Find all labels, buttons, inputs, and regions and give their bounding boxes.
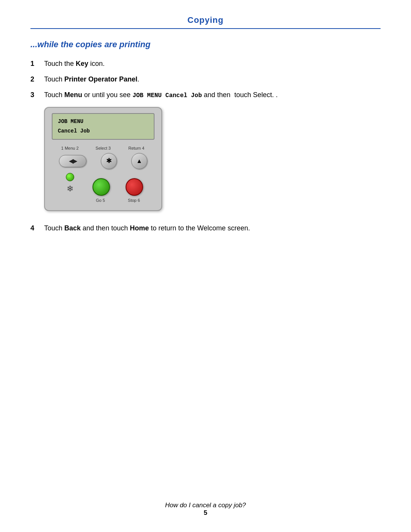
step-3-number: 3 — [30, 90, 44, 100]
step-3: 3 Touch Menu or until you see JOB MENU C… — [30, 90, 381, 218]
step-2-number: 2 — [30, 74, 44, 85]
printer-panel: JOB MENU Cancel Job 1 Menu 2 Select 3 Re… — [44, 107, 162, 211]
return-label: Return 4 — [125, 145, 148, 152]
step-4-content: Touch Back and then touch Home to return… — [44, 223, 381, 233]
lcd-screen: JOB MENU Cancel Job — [52, 113, 155, 140]
return-icon: ▲ — [136, 157, 142, 166]
key-snowflake-icon: ❄ — [63, 182, 77, 196]
step-1-number: 1 — [30, 59, 44, 69]
step-2: 2 Touch Printer Operator Panel. — [30, 74, 381, 85]
menu-label: 1 Menu 2 — [59, 145, 81, 152]
bottom-labels-row: Go 5 Stop 6 — [52, 196, 155, 204]
step-4: 4 Touch Back and then touch Home to retu… — [30, 223, 381, 233]
select-label: Select 3 — [92, 145, 115, 152]
menu-nav-button[interactable]: ◀▶ — [59, 155, 86, 167]
return-button[interactable]: ▲ — [131, 153, 147, 169]
step-4-number: 4 — [30, 223, 44, 233]
footer-italic-text: How do I cancel a copy job? — [0, 502, 411, 509]
go-button[interactable] — [92, 178, 110, 196]
section-heading: ...while the copies are printing — [30, 40, 381, 50]
step-1: 1 Touch the Key icon. — [30, 59, 381, 69]
star-icon: ✱ — [106, 156, 112, 166]
lcd-line1: JOB MENU — [58, 118, 148, 126]
header-rule — [30, 28, 381, 29]
page-title: Copying — [30, 15, 381, 25]
select-button[interactable]: ✱ — [101, 153, 117, 169]
step-2-content: Touch Printer Operator Panel. — [44, 74, 381, 85]
key-icon-area: ❄ — [63, 173, 77, 196]
stop-label: Stop 6 — [123, 197, 145, 204]
bottom-buttons-row: ❄ — [52, 173, 155, 196]
led-indicator — [66, 173, 74, 181]
go-label: Go 5 — [89, 197, 112, 204]
nav-buttons-row: ◀▶ ✱ ▲ — [52, 153, 155, 169]
page-footer: How do I cancel a copy job? 5 — [0, 502, 411, 517]
lcd-line2: Cancel Job — [58, 127, 148, 135]
stop-button[interactable] — [126, 178, 143, 196]
step-1-content: Touch the Key icon. — [44, 59, 381, 69]
arrows-icon: ◀▶ — [69, 157, 76, 166]
steps-list: 1 Touch the Key icon. 2 Touch Printer Op… — [30, 59, 381, 233]
page-header: Copying — [30, 15, 381, 25]
printer-panel-image: JOB MENU Cancel Job 1 Menu 2 Select 3 Re… — [44, 107, 162, 211]
footer-page-number: 5 — [0, 509, 411, 517]
step-3-content: Touch Menu or until you see JOB MENU Can… — [44, 90, 278, 100]
nav-labels-row: 1 Menu 2 Select 3 Return 4 — [52, 145, 155, 152]
